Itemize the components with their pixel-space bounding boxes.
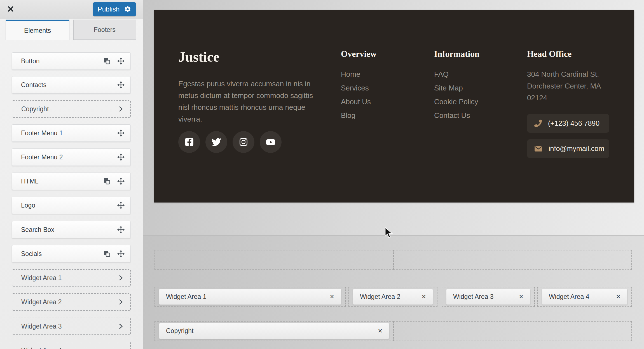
phone-icon (534, 120, 542, 127)
tab-footers-label: Footers (94, 26, 116, 34)
widget-area-4-chip[interactable]: Widget Area 4 × (542, 289, 627, 305)
widget-area-2-chip[interactable]: Widget Area 2 × (353, 289, 433, 305)
close-icon (7, 5, 14, 14)
chevron-right-icon[interactable] (116, 321, 126, 331)
tab-footers[interactable]: Footers (73, 20, 136, 40)
builder-drop-cell[interactable]: Widget Area 3 × (442, 287, 535, 307)
builder-drop-cell[interactable] (154, 250, 394, 270)
footer-link-blog[interactable]: Blog (341, 109, 376, 122)
element-card-widget-area-3[interactable]: Widget Area 3 (12, 318, 131, 335)
element-card-widget-area-1[interactable]: Widget Area 1 (12, 269, 131, 287)
remove-icon[interactable]: × (378, 327, 382, 335)
chip-label: Widget Area 1 (166, 293, 206, 301)
builder-drop-cell[interactable]: Widget Area 2 × (348, 287, 437, 307)
element-card-copyright[interactable]: Copyright (12, 100, 131, 118)
element-card-contacts[interactable]: Contacts (12, 76, 131, 94)
builder-drop-cell[interactable]: Widget Area 1 × (154, 287, 346, 307)
footer-menu-overview: Overview Home Services About Us Blog (341, 49, 376, 122)
footer-link-about-us[interactable]: About Us (341, 95, 376, 109)
move-icon[interactable] (116, 249, 126, 259)
copyright-chip[interactable]: Copyright × (159, 323, 389, 339)
facebook-button[interactable] (178, 131, 200, 153)
phone-number: (+123) 456 7890 (548, 119, 599, 127)
element-label: Widget Area 2 (21, 298, 116, 306)
email-address: info@mymail.com (549, 145, 604, 153)
footer-preview[interactable]: Justice Egestas purus viverra accumsan i… (154, 10, 634, 203)
address-line: 02124 (527, 92, 628, 104)
element-label: Socials (21, 250, 102, 258)
builder-drop-cell[interactable]: Copyright × (154, 321, 394, 341)
preview-stage: Justice Egestas purus viverra accumsan i… (143, 0, 644, 349)
footer-link-cookie-policy[interactable]: Cookie Policy (434, 95, 479, 109)
gear-icon[interactable] (124, 6, 131, 13)
builder-drop-cell[interactable] (393, 250, 632, 270)
instagram-icon (239, 138, 248, 146)
panel-tabs: Elements Footers (0, 19, 143, 40)
move-icon[interactable] (116, 80, 126, 90)
move-icon[interactable] (116, 176, 126, 186)
element-label: HTML (21, 178, 102, 185)
footer-link-faq[interactable]: FAQ (434, 68, 479, 81)
chevron-right-icon[interactable] (116, 104, 126, 114)
duplicate-icon[interactable] (102, 56, 112, 66)
element-card-widget-area-4[interactable]: Widget Area 4 (12, 342, 131, 349)
chip-label: Widget Area 4 (549, 293, 589, 301)
instagram-button[interactable] (233, 131, 254, 153)
remove-icon[interactable]: × (330, 293, 334, 301)
footer-description: Egestas purus viverra accumsan in nis in… (178, 78, 322, 125)
footer-column-title: Information (434, 49, 479, 59)
move-icon[interactable] (116, 152, 126, 162)
footer-link-site-map[interactable]: Site Map (434, 81, 479, 95)
builder-row-copyright: Copyright × (154, 321, 632, 341)
element-card-button[interactable]: Button (12, 52, 131, 70)
close-button[interactable] (0, 0, 21, 19)
remove-icon[interactable]: × (519, 293, 523, 301)
element-card-html[interactable]: HTML (12, 173, 131, 190)
element-label: Copyright (21, 105, 116, 113)
footer-column-title: Overview (341, 49, 376, 59)
move-icon[interactable] (116, 225, 126, 235)
element-card-search-box[interactable]: Search Box (12, 221, 131, 238)
footer-link-home[interactable]: Home (341, 68, 376, 81)
remove-icon[interactable]: × (616, 293, 620, 301)
element-label: Contacts (21, 81, 116, 89)
chevron-right-icon[interactable] (116, 273, 126, 283)
footer-column-title: Head Office (527, 49, 628, 59)
element-card-logo[interactable]: Logo (12, 197, 131, 214)
tab-elements[interactable]: Elements (6, 20, 69, 40)
widget-area-3-chip[interactable]: Widget Area 3 × (446, 289, 530, 305)
email-button[interactable]: info@mymail.com (527, 139, 609, 158)
panel-header: Publish (0, 0, 143, 19)
chip-label: Widget Area 2 (360, 293, 400, 301)
remove-icon[interactable]: × (421, 293, 426, 301)
footer-link-contact-us[interactable]: Contact Us (434, 109, 479, 122)
builder-drop-cell[interactable]: Widget Area 4 × (537, 287, 632, 307)
element-label: Button (21, 57, 102, 65)
move-icon[interactable] (116, 200, 126, 210)
phone-button[interactable]: (+123) 456 7890 (527, 114, 609, 133)
move-icon[interactable] (116, 128, 126, 138)
builder-drop-cell[interactable] (393, 321, 632, 341)
footer-link-services[interactable]: Services (341, 81, 376, 95)
duplicate-icon[interactable] (102, 249, 112, 259)
publish-button[interactable]: Publish (93, 2, 136, 16)
facebook-icon (184, 137, 194, 147)
twitter-button[interactable] (205, 131, 227, 153)
builder-row-top (154, 250, 632, 270)
element-card-footer-menu-1[interactable]: Footer Menu 1 (12, 124, 131, 142)
tab-elements-label: Elements (24, 27, 51, 34)
widget-area-1-chip[interactable]: Widget Area 1 × (159, 289, 341, 305)
youtube-button[interactable] (260, 131, 282, 153)
element-card-socials[interactable]: Socials (12, 245, 131, 262)
element-card-widget-area-2[interactable]: Widget Area 2 (12, 293, 131, 311)
duplicate-icon[interactable] (102, 176, 112, 186)
footer-builder-panel: Publish Elements Footers Button Contacts… (0, 0, 143, 349)
twitter-icon (212, 137, 221, 147)
site-logo-text[interactable]: Justice (178, 49, 219, 65)
address-line: 304 North Cardinal St. (527, 68, 628, 80)
element-card-footer-menu-2[interactable]: Footer Menu 2 (12, 148, 131, 166)
chevron-right-icon[interactable] (116, 297, 126, 307)
element-label: Logo (21, 202, 116, 209)
move-icon[interactable] (116, 56, 126, 66)
footer-head-office: Head Office 304 North Cardinal St. Dorch… (527, 49, 628, 104)
